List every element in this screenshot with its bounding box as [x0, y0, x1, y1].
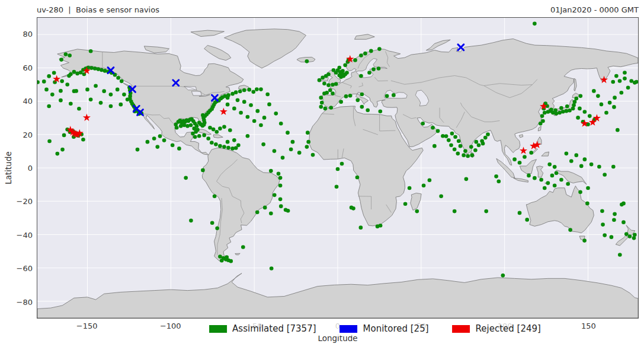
y-tick-label: −60 — [17, 264, 33, 273]
legend-swatch-assimilated-icon — [209, 325, 227, 333]
legend-item-assimilated: Assimilated [7357] — [209, 323, 316, 334]
x-tick-label: −100 — [160, 322, 181, 330]
y-tick-label: 80 — [23, 30, 33, 39]
y-tick-label: 0 — [28, 164, 33, 173]
legend-item-rejected: Rejected [249] — [453, 323, 541, 334]
legend-item-monitored: Monitored [25] — [340, 323, 429, 334]
map-plot-area: Assimilated [7357]Monitored [25]Rejected… — [37, 17, 639, 319]
figure: { "header": { "title": "uv-280 | Boias e… — [0, 0, 644, 350]
y-tick-label: −40 — [17, 230, 33, 239]
legend-label: Rejected [249] — [476, 323, 541, 334]
page-title: uv-280 | Boias e sensor navios — [37, 5, 159, 14]
legend-label: Monitored [25] — [363, 323, 429, 334]
timestamp-label: 01Jan2020 - 0000 GMT — [550, 5, 639, 14]
x-tick-label: −150 — [76, 322, 98, 330]
y-tick-label: 20 — [23, 130, 33, 139]
world-map — [37, 18, 638, 318]
y-tick-label: −20 — [17, 197, 33, 206]
y-tick-label: −80 — [17, 297, 33, 306]
y-tick-label: 40 — [23, 97, 33, 106]
y-axis-label: Latitude — [4, 151, 13, 184]
legend-swatch-rejected-icon — [453, 325, 470, 333]
y-tick-label: 60 — [23, 63, 33, 72]
legend: Assimilated [7357]Monitored [25]Rejected… — [202, 322, 548, 336]
legend-swatch-monitored-icon — [340, 325, 358, 333]
legend-label: Assimilated [7357] — [232, 323, 316, 334]
x-tick-label: 150 — [581, 322, 596, 330]
